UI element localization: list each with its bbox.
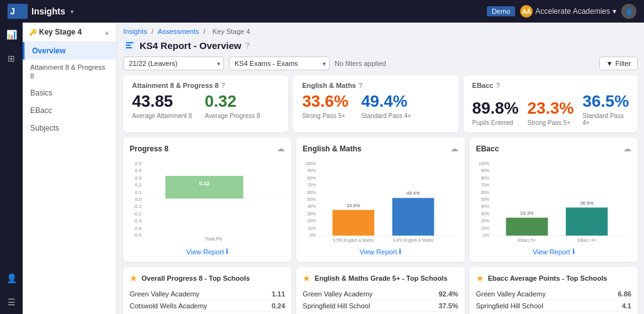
chart1-view-report[interactable]: View Report ℹ (130, 247, 285, 256)
attainment8-value-group: 43.85 Average Attainment 8 (132, 92, 192, 119)
top-card3-row-2: Springfield Hill School 4.1 (476, 300, 631, 312)
breadcrumb-assessments[interactable]: Assessments (158, 28, 199, 35)
svg-text:EBacc 5+: EBacc 5+ (518, 238, 536, 242)
svg-text:100%: 100% (305, 161, 316, 166)
svg-text:100%: 100% (479, 161, 489, 166)
svg-text:30%: 30% (308, 212, 316, 216)
demo-badge: Demo (487, 6, 515, 16)
svg-text:0.0: 0.0 (135, 197, 142, 202)
ebacc-pupils-label: Pupils Entered (472, 119, 519, 126)
svg-text:-0.5: -0.5 (133, 232, 142, 238)
svg-text:80%: 80% (480, 176, 489, 180)
svg-text:70%: 70% (480, 183, 489, 187)
chart3-download-icon[interactable]: ☁ (623, 144, 631, 153)
svg-text:40%: 40% (480, 204, 489, 208)
sidebar-icon-chart[interactable]: 📊 (4, 28, 18, 41)
main-content: Insights / Assessments / Key Stage 4 KS4… (117, 23, 644, 314)
summary-card-ebacc-title: EBacc ? (472, 82, 629, 89)
breadcrumb-insights[interactable]: Insights (123, 28, 147, 35)
chart2-view-report[interactable]: View Report ℹ (303, 247, 458, 256)
attainment-help-icon[interactable]: ? (221, 82, 226, 89)
svg-text:80%: 80% (308, 176, 316, 180)
top-card2-star-icon: ★ (303, 273, 311, 283)
english-standard-label: Standard Pass 4+ (361, 112, 411, 119)
top-schools-row: ★ Overall Progress 8 - Top Schools Green… (123, 267, 638, 314)
english-strong-group: 33.6% Strong Pass 5+ (302, 92, 348, 119)
chart3-view-report[interactable]: View Report ℹ (476, 247, 631, 256)
breadcrumb-sep2: / (204, 28, 208, 35)
nav-item-ebacc[interactable]: EBacc (23, 102, 116, 119)
ebacc-help-icon[interactable]: ? (496, 82, 500, 89)
exam-filter[interactable]: KS4 Exams - Exams (229, 57, 330, 70)
nav-stage-selector[interactable]: 🔑 Key Stage 4 ▲ (23, 23, 116, 42)
chart1-title: Progress 8 (130, 144, 169, 153)
svg-text:10%: 10% (308, 226, 316, 230)
svg-text:10%: 10% (480, 226, 489, 230)
filter-button[interactable]: ▼ Filter (599, 57, 638, 70)
top-card1-header: ★ Overall Progress 8 - Top Schools (130, 273, 285, 283)
summary-row: Attainment 8 & Progress 8 ? 43.85 Averag… (123, 75, 638, 133)
chart2-download-icon[interactable]: ☁ (450, 144, 458, 153)
attainment-title-text: Attainment 8 & Progress 8 (132, 82, 219, 89)
svg-rect-53 (565, 207, 608, 236)
sidebar-icon-menu[interactable]: ☰ (4, 295, 18, 309)
nav-item-subjects[interactable]: Subjects (23, 119, 116, 137)
nav-item-basics[interactable]: Basics (23, 84, 116, 102)
sidebar-icon-person[interactable]: 👤 (4, 271, 18, 285)
svg-text:33.6%: 33.6% (347, 203, 360, 208)
svg-rect-3 (126, 42, 133, 43)
main-layout: 📊 ⊞ 👤 ☰ 🔑 Key Stage 4 ▲ Overview Attainm… (0, 23, 644, 314)
app-logo: J Insights ▾ (8, 4, 74, 19)
org-dropdown-icon[interactable]: ▾ (613, 7, 616, 16)
top-card3-school1-name: Green Valley Academy (476, 290, 546, 298)
sidebar-icon-grid[interactable]: ⊞ (4, 51, 18, 65)
chart-row: Progress 8 ☁ 0.5 0.4 0.3 0.2 0.1 0.0 -0.… (123, 138, 638, 262)
page-title: KS4 Report - Overview (140, 40, 242, 51)
chart1-download-icon[interactable]: ☁ (277, 144, 285, 153)
summary-card-attainment-title: Attainment 8 & Progress 8 ? (132, 82, 279, 89)
svg-text:Total P8: Total P8 (204, 236, 222, 242)
chart2-view-report-icon: ℹ (399, 247, 401, 256)
nav-stage-label: Key Stage 4 (39, 28, 82, 36)
svg-rect-18 (165, 176, 243, 198)
nav-item-overview[interactable]: Overview (23, 42, 116, 60)
progress8-value: 0.32 (204, 92, 260, 111)
svg-text:20%: 20% (308, 219, 316, 223)
english-help-icon[interactable]: ? (358, 82, 363, 89)
year-filter[interactable]: 21/22 (Leavers) (123, 57, 224, 70)
svg-text:60%: 60% (480, 190, 489, 195)
chart3-view-report-label: View Report (533, 248, 570, 256)
page-help-icon[interactable]: ? (245, 41, 250, 50)
nav-item-attainment[interactable]: Attainment 8 & Progress 8 (23, 60, 116, 84)
org-selector[interactable]: AA Accelerate Academies ▾ (520, 5, 616, 18)
top-card2-school2-name: Springfield Hill School (303, 302, 370, 310)
top-card2-school2-value: 37.5% (438, 302, 458, 310)
ebacc-strong-pct: 23.3% (528, 99, 574, 118)
svg-text:49.4%: 49.4% (407, 190, 421, 196)
stage-dropdown-icon: ▲ (104, 29, 110, 36)
header: J Insights ▾ Demo AA Accelerate Academie… (0, 0, 644, 23)
app-dropdown-icon[interactable]: ▾ (70, 8, 74, 15)
top-card3-title: Ebacc Average Points - Top Schools (488, 274, 608, 282)
app-title: Insights (31, 6, 65, 16)
chart1-view-report-icon: ℹ (226, 247, 228, 256)
svg-text:50%: 50% (308, 197, 316, 202)
breadcrumb-ks4: Key Stage 4 (213, 28, 250, 35)
svg-text:-0.4: -0.4 (133, 225, 142, 231)
top-card2-school1-name: Green Valley Academy (303, 290, 372, 298)
progress8-label: Average Progress 8 (204, 112, 260, 119)
top-card2-row-1: Green Valley Academy 92.4% (303, 288, 458, 300)
svg-text:0.1: 0.1 (135, 190, 142, 195)
exam-filter-wrap: KS4 Exams - Exams (229, 57, 330, 70)
stage-icon: 🔑 (29, 29, 36, 36)
svg-text:0.2: 0.2 (135, 182, 142, 188)
chart1-header: Progress 8 ☁ (130, 144, 285, 153)
chart3-header: EBacc ☁ (476, 144, 631, 153)
attainment8-label: Average Attainment 8 (132, 112, 192, 119)
chart2-area: 100% 90% 80% 70% 60% 50% 40% 30% 20% 10%… (303, 157, 458, 245)
year-filter-wrap: 21/22 (Leavers) (123, 57, 224, 70)
juniper-logo-icon: J (8, 4, 28, 19)
chart-card-ebacc: EBacc ☁ 100% 90% 80% 70% 60% 50% 40% 30%… (470, 138, 638, 262)
english-standard-pct: 49.4% (361, 92, 411, 111)
user-avatar[interactable]: 👤 (621, 4, 636, 19)
